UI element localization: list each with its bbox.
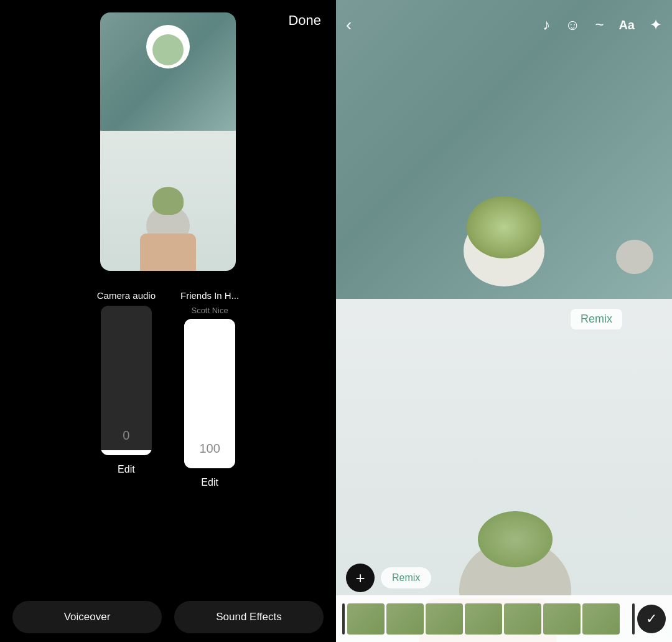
timeline-frame bbox=[504, 603, 541, 635]
voiceover-label: Voiceover bbox=[64, 611, 111, 623]
back-button[interactable]: ‹ bbox=[346, 16, 352, 34]
bottom-plant-leaves bbox=[478, 511, 553, 567]
sound-effects-button[interactable]: Sound Effects bbox=[174, 601, 324, 633]
timeline-frame bbox=[347, 603, 385, 635]
friends-audio-track: Friends In H... Scott Nice 100 Edit bbox=[180, 290, 239, 488]
camera-volume-slider[interactable]: 0 bbox=[101, 306, 152, 455]
top-plant-leaves bbox=[467, 196, 541, 258]
mute-icon[interactable]: ~ bbox=[595, 16, 604, 34]
sparkle-icon[interactable]: ✦ bbox=[650, 16, 662, 34]
done-button[interactable]: Done bbox=[288, 12, 321, 29]
friends-track-artist: Scott Nice bbox=[191, 306, 228, 315]
toolbar-icons: ♪ ☺ ~ Aa ✦ bbox=[543, 16, 662, 34]
camera-audio-track: Camera audio 0 Edit bbox=[97, 290, 156, 475]
timeline-frame bbox=[426, 603, 463, 635]
timeline-end-marker bbox=[632, 603, 635, 635]
right-panel: ‹ ♪ ☺ ~ Aa ✦ Remix + Remix bbox=[336, 0, 672, 642]
friends-volume-value: 100 bbox=[199, 441, 220, 456]
left-panel: Done Camera audio 0 Edit Friends In H...… bbox=[0, 0, 336, 642]
timeline-frame bbox=[543, 603, 581, 635]
timeline-frame bbox=[582, 603, 620, 635]
right-bottom-image: Remix + Remix ✓ bbox=[336, 299, 672, 642]
audio-section: Camera audio 0 Edit Friends In H... Scot… bbox=[97, 290, 239, 488]
video-top-frame bbox=[100, 12, 236, 131]
hand-shape bbox=[140, 234, 196, 271]
voiceover-button[interactable]: Voiceover bbox=[12, 601, 162, 633]
plus-button[interactable]: + bbox=[346, 564, 375, 592]
top-plant bbox=[464, 215, 544, 286]
camera-volume-value: 0 bbox=[123, 428, 129, 443]
music-icon[interactable]: ♪ bbox=[543, 16, 550, 34]
sound-effects-label: Sound Effects bbox=[216, 611, 282, 623]
video-preview bbox=[100, 12, 236, 271]
remix-pill-button[interactable]: Remix bbox=[381, 567, 431, 588]
timeline-start-marker bbox=[342, 603, 345, 635]
camera-volume-fill bbox=[101, 450, 152, 455]
video-bottom-frame bbox=[100, 131, 236, 271]
friends-track-label: Friends In H... bbox=[180, 290, 239, 302]
friends-volume-slider[interactable]: 100 bbox=[184, 319, 235, 468]
timeline-check-button[interactable]: ✓ bbox=[637, 605, 666, 633]
friends-edit-button[interactable]: Edit bbox=[201, 477, 218, 488]
face-icon[interactable]: ☺ bbox=[565, 16, 581, 34]
timeline-frames[interactable] bbox=[347, 603, 630, 635]
timeline-bar: ✓ bbox=[336, 595, 672, 642]
right-stone bbox=[616, 240, 653, 274]
timeline-frame bbox=[386, 603, 424, 635]
camera-audio-label: Camera audio bbox=[97, 290, 156, 302]
remix-badge-top: Remix bbox=[571, 309, 622, 329]
text-button[interactable]: Aa bbox=[618, 18, 635, 32]
right-toolbar: ‹ ♪ ☺ ~ Aa ✦ bbox=[336, 0, 672, 50]
plant-leaves bbox=[152, 187, 184, 215]
camera-edit-button[interactable]: Edit bbox=[118, 464, 135, 475]
remix-overlay: + Remix bbox=[346, 564, 431, 592]
bottom-bar: Voiceover Sound Effects bbox=[0, 592, 336, 642]
top-plant-bowl bbox=[464, 215, 544, 286]
timeline-frame bbox=[465, 603, 502, 635]
